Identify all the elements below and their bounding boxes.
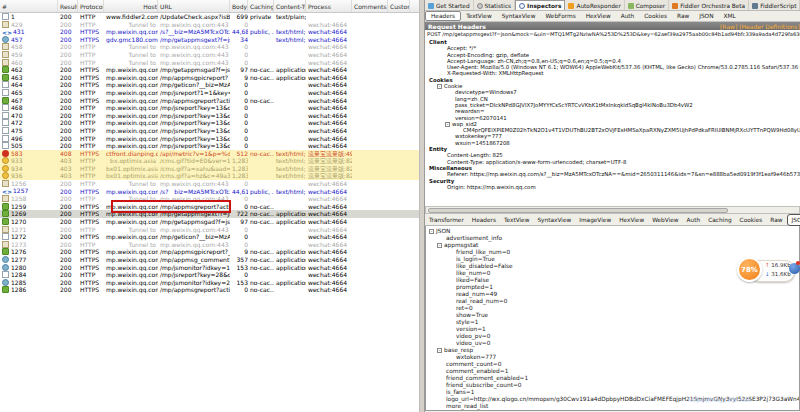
session-row[interactable]: 470200HTTPmp.weixin.qq.com/mp/jsreport?k… — [0, 112, 419, 120]
tab-fiddlerscript[interactable]: FiddlerScript — [749, 0, 800, 10]
tab-textview[interactable]: TextView — [500, 215, 533, 225]
tab-headers[interactable]: Headers — [425, 11, 461, 21]
request-headers-title: Request Headers — [425, 23, 486, 30]
tab-textview[interactable]: TextView — [461, 11, 496, 21]
host-cell: mp.weixin.qq.com — [104, 81, 158, 89]
tab-caching[interactable]: Caching — [704, 215, 735, 225]
session-row[interactable]: 934403HTTPbx01.optimix.asia/cms.gif?a=xa… — [0, 165, 419, 173]
session-row[interactable]: 1285200HTTPSmp.weixin.qq.com/mp/jsmonito… — [0, 279, 419, 287]
process-cell: wechat:4664 — [306, 241, 352, 249]
tab-syntaxview[interactable]: SyntaxView — [533, 215, 575, 225]
session-row[interactable]: 464200HTTPSmp.weixin.qq.com/mp/geticon?_… — [0, 81, 419, 89]
session-row[interactable]: 475200HTTPmp.weixin.qq.com/mp/jsreport?k… — [0, 127, 419, 135]
session-row[interactable]: 1286200HTTPSmp.weixin.qq.com/mp/appmsgre… — [0, 286, 419, 294]
collapse-icon[interactable]: - — [429, 229, 434, 234]
collapse-icon[interactable]: - — [437, 84, 442, 89]
percent-badge[interactable]: 78% — [737, 257, 762, 282]
result-cell: 200 — [58, 119, 78, 127]
session-row[interactable]: 1284200HTTPmp.weixin.qq.com/mp/jsreport?… — [0, 271, 419, 279]
protocol-cell: HTTP — [78, 157, 104, 165]
tab-composer[interactable]: Composer — [625, 0, 669, 10]
session-row[interactable]: 1271200HTTPTunnel tomp.weixin.qq.com:443… — [0, 226, 419, 234]
column-header-process[interactable]: Process — [306, 0, 352, 12]
session-row[interactable]: 1276200HTTPSmp.weixin.qq.com/mp/appmsgpi… — [0, 248, 419, 256]
page-icon — [2, 104, 9, 111]
session-row[interactable]: 472200HTTPmp.weixin.qq.com/mp/jsreport?k… — [0, 119, 419, 127]
session-row[interactable]: 933403HTTPbx.optimix.asia/cms.gif?tid=E0… — [0, 157, 419, 165]
tab-json[interactable]: JSON — [694, 11, 718, 21]
tab-transformer[interactable]: Transformer — [425, 215, 468, 225]
column-header--[interactable]: # — [0, 0, 58, 12]
session-row[interactable]: 496200HTTPmp.weixin.qq.com/mp/jsreport?k… — [0, 135, 419, 143]
tab-fiddler-orchestra-beta[interactable]: Fiddler Orchestra Beta — [669, 0, 749, 10]
session-row[interactable]: 459200HTTPTunnel tomp.weixin.qq.com:4430… — [0, 51, 419, 59]
session-row[interactable]: 505200HTTPmp.weixin.qq.com/mp/jsreport?k… — [0, 142, 419, 150]
column-header-caching[interactable]: Caching — [248, 0, 274, 12]
collapse-icon[interactable]: - — [437, 243, 442, 248]
session-row[interactable]: 460200HTTPTunnel tomp.weixin.qq.com:4430… — [0, 59, 419, 67]
tab-webview[interactable]: WebView — [648, 215, 682, 225]
scrollbar-thumb[interactable] — [428, 208, 728, 213]
session-row[interactable]: 465200HTTPmp.weixin.qq.com/mp/jsreport?1… — [0, 89, 419, 97]
url-cell: mp.weixin.qq.com:443 — [158, 180, 230, 188]
horizontal-scrollbar[interactable] — [425, 206, 800, 214]
session-list-column-headers[interactable]: #ResultProtocolHostURLBodyCachingContent… — [0, 0, 419, 13]
column-header-protocol[interactable]: Protocol — [78, 0, 104, 12]
column-header-url[interactable]: URL — [158, 0, 230, 12]
session-row[interactable]: 936403HTTPbx01.optimix.asia/cms.gif?a=hz… — [0, 172, 419, 180]
tab-hexview[interactable]: HexView — [581, 11, 616, 21]
session-row[interactable]: <>1257200HTTPSmp.weixin.qq.com/s?__biz=M… — [0, 188, 419, 196]
column-header-content-type[interactable]: Content-Type — [274, 0, 306, 12]
tab-cookies[interactable]: Cookies — [736, 215, 767, 225]
tab-json[interactable]: JSON — [787, 214, 800, 226]
column-header-custom[interactable]: Custom — [388, 0, 410, 12]
session-row[interactable]: 1256200HTTPTunnel tomp.weixin.qq.com:443… — [0, 180, 419, 188]
tab-imageview[interactable]: ImageView — [575, 215, 615, 225]
column-header-result[interactable]: Result — [58, 0, 78, 12]
session-row[interactable]: 457200HTTPSgdv.gmc180.com/mp/getappmsgex… — [0, 36, 419, 44]
page-icon — [2, 233, 9, 240]
tab-headers[interactable]: Headers — [468, 215, 500, 225]
session-row[interactable]: 462200HTTPSmp.weixin.qq.com/mp/getappmsg… — [0, 66, 419, 74]
raw-header-definitions-links[interactable]: [Raw] [Header Definitions] — [720, 23, 800, 30]
collapse-icon[interactable]: - — [445, 122, 450, 127]
tab-raw[interactable]: Raw — [766, 215, 786, 225]
session-row[interactable]: 467200HTTPSmp.weixin.qq.com/mp/appmsgrep… — [0, 97, 419, 105]
session-row[interactable]: 1272200HTTPSmp.weixin.qq.com/mp/geticon?… — [0, 233, 419, 241]
session-id: 467 — [0, 97, 58, 105]
caching-cell: no-cac... — [248, 74, 274, 82]
tab-auth[interactable]: Auth — [616, 11, 640, 21]
column-header-host[interactable]: Host — [104, 0, 158, 12]
protocol-cell: HTTPS — [78, 203, 104, 211]
session-row[interactable]: 468200HTTPmp.weixin.qq.com/mp/jsreport?k… — [0, 104, 419, 112]
tab-get-started[interactable]: Get Started — [425, 0, 474, 10]
session-row[interactable]: 1270200HTTPSmp.weixin.qq.com/mp/getappms… — [0, 218, 419, 226]
session-row[interactable]: 458200HTTPTunnel tomp.weixin.qq.com:4430… — [0, 43, 419, 51]
session-row[interactable]: 1200HTTPwww.fiddler2.com/UpdateCheck.asp… — [0, 13, 419, 21]
tab-webforms[interactable]: WebForms — [540, 11, 580, 21]
column-header-comments[interactable]: Comments — [352, 0, 388, 12]
tab-auth[interactable]: Auth — [683, 215, 705, 225]
tab-inspectors[interactable]: Inspectors — [515, 0, 565, 10]
session-row[interactable]: 1273200HTTPTunnel tomp.weixin.qq.com:443… — [0, 241, 419, 249]
session-row[interactable]: 1277200HTTPSmp.weixin.qq.com/mp/appmsg_c… — [0, 256, 419, 264]
session-row[interactable]: 429200HTTPTunnel tomp.weixin.qq.com:4430… — [0, 21, 419, 29]
session-row[interactable]: 463200HTTPSmp.weixin.qq.com/mp/appmsgpic… — [0, 74, 419, 82]
session-row[interactable]: 583408HTTPSctfront.dianping.com/api/metr… — [0, 150, 419, 158]
tab-xml[interactable]: XML — [719, 11, 741, 21]
host-cell: Tunnel to — [104, 241, 158, 249]
tree-line: video_pv=0 — [426, 333, 799, 340]
tab-hexview[interactable]: HexView — [615, 215, 648, 225]
speed-monitor-overlay[interactable]: 78% ↑ 16.9Kb ↓ 31.6Kb — [737, 257, 800, 287]
session-row[interactable]: 1280200HTTPSmp.weixin.qq.com/mp/jsmonito… — [0, 264, 419, 272]
column-header-body[interactable]: Body — [230, 0, 248, 12]
tab-cookies[interactable]: Cookies — [639, 11, 672, 21]
tab-raw[interactable]: Raw — [672, 11, 694, 21]
tab-syntaxview[interactable]: SyntaxView — [497, 11, 541, 21]
tab-statistics[interactable]: Statistics — [474, 0, 516, 10]
process-cell: wechat:4664 — [306, 59, 352, 67]
protocol-cell: HTTPS — [78, 150, 104, 158]
tab-autoresponder[interactable]: AutoResponder — [565, 0, 624, 10]
collapse-icon[interactable]: - — [437, 348, 442, 353]
session-row[interactable]: <>431200HTTPSmp.weixin.qq.com/s?__biz=Mz… — [0, 28, 419, 36]
